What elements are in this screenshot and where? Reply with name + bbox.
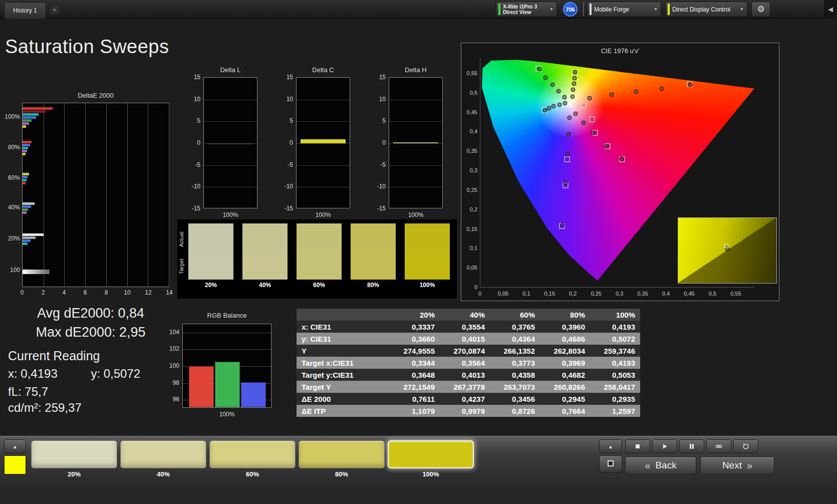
cell-value: 0,4193 xyxy=(590,357,640,369)
measured-marker xyxy=(567,132,571,136)
transport-refresh-button[interactable] xyxy=(733,439,758,453)
measured-marker xyxy=(634,89,638,94)
actual-color xyxy=(188,223,233,251)
gridline xyxy=(389,187,442,187)
measured-marker xyxy=(581,120,586,125)
gridline xyxy=(204,165,257,166)
cell-value: 0,3765 xyxy=(490,321,540,333)
de-bar xyxy=(23,176,28,178)
row-label: Target y:CIE31 xyxy=(297,369,390,381)
measured-marker xyxy=(561,223,565,227)
cell-value: 267,3778 xyxy=(440,381,490,393)
meter-name: X-Rite i1Pro 3 xyxy=(503,4,545,10)
chevron-down-icon: ▼ xyxy=(549,7,553,12)
meter-status-indicator xyxy=(498,4,500,15)
meter-selector[interactable]: X-Rite i1Pro 3 Direct View ▼ xyxy=(496,2,557,17)
measured-marker xyxy=(572,81,576,86)
de-bar xyxy=(23,153,26,155)
chevron-down-icon: ▼ xyxy=(654,7,658,12)
chart-title: Delta C xyxy=(296,66,350,74)
cell-value: 274,9555 xyxy=(390,345,440,357)
y-tick-label: -15 xyxy=(372,205,386,212)
measured-marker xyxy=(605,144,609,148)
gridline xyxy=(64,103,65,287)
actual-color xyxy=(405,223,450,251)
y-tick-label: 60% xyxy=(4,174,20,181)
measured-marker xyxy=(551,104,556,109)
next-button[interactable]: Next » xyxy=(700,456,774,474)
swatch-label: 80% xyxy=(351,282,396,289)
avg-de2000: Avg dE2000: 0,84 xyxy=(18,306,163,321)
reading-fl: fL: 75,7 xyxy=(8,385,48,399)
delta-h-chart: Delta H 100% 151050-5-10-15 xyxy=(372,66,448,222)
chart-plot xyxy=(182,324,271,408)
add-tab-button[interactable]: + xyxy=(49,4,60,15)
column-header: 20% xyxy=(390,309,440,321)
measured-marker xyxy=(557,102,562,107)
y-tick-label: 0,05 xyxy=(461,265,477,271)
measured-marker xyxy=(547,106,551,110)
display-control-selector[interactable]: Direct Display Control ▼ xyxy=(665,2,747,17)
transport-loop-button[interactable] xyxy=(706,439,731,453)
y-tick-label: 100 xyxy=(165,362,179,369)
transport-stop-button[interactable] xyxy=(625,439,650,453)
row-label: Y xyxy=(297,345,390,357)
y-tick-label: 104 xyxy=(165,329,179,336)
page-title: Saturation Sweeps xyxy=(5,36,169,58)
y-tick-label: -15 xyxy=(186,205,200,212)
gridline xyxy=(44,103,44,287)
saturation-swatch xyxy=(351,223,396,280)
measured-marker xyxy=(562,95,567,100)
x-tick-label: 6 xyxy=(84,289,87,296)
y-tick-label: 80% xyxy=(4,144,20,151)
swatch-label: 20% xyxy=(188,282,233,289)
de-bar xyxy=(23,122,29,125)
row-label: y: CIE31 xyxy=(297,333,390,345)
table-row: Target Y272,1549267,3778263,7073260,8266… xyxy=(297,381,640,393)
settings-button[interactable]: ⚙ xyxy=(751,2,770,17)
actual-color xyxy=(242,223,288,251)
collapse-panel-button[interactable]: ◀ xyxy=(824,0,837,19)
x-tick-label: 0,4 xyxy=(662,291,670,297)
x-tick-label: 0,35 xyxy=(637,291,648,297)
x-tick-label: 8 xyxy=(105,289,108,296)
y-tick-label: 10 xyxy=(279,96,293,103)
app-window: History 1 + X-Rite i1Pro 3 Direct View ▼… xyxy=(0,0,837,504)
x-tick-label: 0,25 xyxy=(591,291,601,297)
source-status-indicator xyxy=(590,4,592,15)
y-tick-label: -5 xyxy=(372,161,386,168)
de-bar xyxy=(23,144,30,146)
target-color xyxy=(188,251,233,280)
y-tick-label: -15 xyxy=(279,205,293,212)
x-tick-label: 0,45 xyxy=(684,291,694,297)
separator xyxy=(583,3,584,16)
y-tick-label: 102 xyxy=(165,345,179,352)
row-label: ΔE ITP xyxy=(297,405,390,417)
gridline xyxy=(389,165,442,166)
de-bar xyxy=(23,179,27,181)
source-selector[interactable]: Mobile Forge ▼ xyxy=(587,2,661,17)
cell-value: 0,3456 xyxy=(490,393,540,405)
back-button[interactable]: « Back xyxy=(625,456,696,474)
de-bar xyxy=(23,208,28,211)
x-tick-label: 0,3 xyxy=(616,291,623,297)
tab-label: History 1 xyxy=(13,7,37,14)
transport-play-button[interactable] xyxy=(652,439,677,453)
cell-value: 0,5053 xyxy=(590,369,640,381)
measured-marker xyxy=(563,101,567,105)
transport-pause-button[interactable] xyxy=(679,439,704,453)
cell-value: 260,8266 xyxy=(540,381,590,393)
y-tick-label: 100 xyxy=(4,267,20,274)
x-tick-label: 2 xyxy=(42,289,45,296)
y-tick-label: 5 xyxy=(372,117,386,124)
swatch-label: 60% xyxy=(297,282,342,289)
max-de2000: Max dE2000: 2,95 xyxy=(18,325,163,340)
x-tick-label: 0,05 xyxy=(498,291,508,297)
loop-icon xyxy=(715,442,723,450)
table-row: Target x:CIE310,33440,35640,37730,39690,… xyxy=(297,357,640,369)
de-bar xyxy=(23,150,27,152)
cell-value: 0,4193 xyxy=(590,321,640,333)
gridline xyxy=(389,121,442,122)
tab-history-1[interactable]: History 1 xyxy=(4,2,46,19)
y-tick-label: 100% xyxy=(4,113,20,120)
